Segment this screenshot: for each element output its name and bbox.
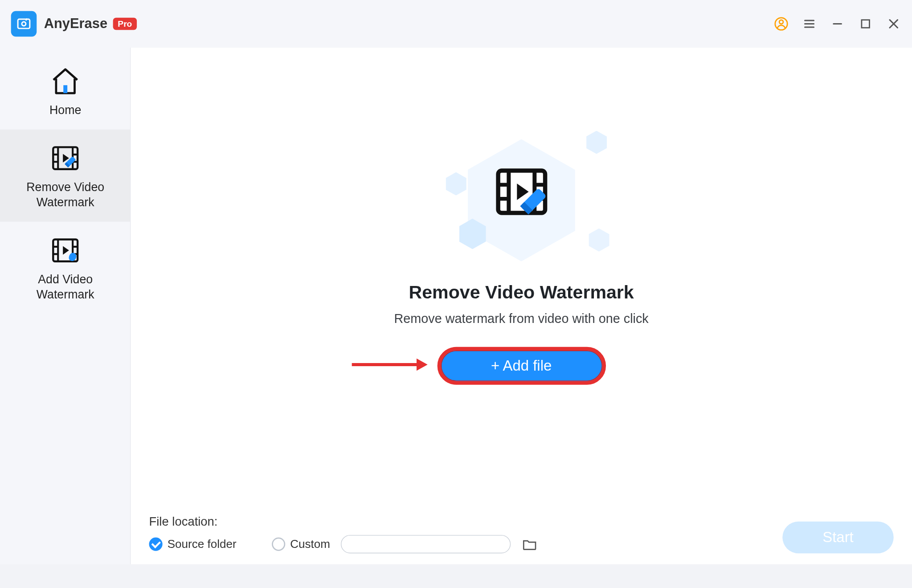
svg-rect-11 bbox=[63, 85, 67, 93]
maximize-button[interactable] bbox=[858, 16, 873, 31]
home-icon bbox=[4, 66, 127, 97]
remove-video-watermark-icon bbox=[488, 161, 555, 225]
sidebar-item-add-video-watermark[interactable]: Add Video Watermark bbox=[0, 222, 131, 314]
bottom-bar: File location: Source folder Custom bbox=[149, 515, 894, 553]
minimize-button[interactable] bbox=[830, 16, 845, 31]
radio-label: Source folder bbox=[168, 537, 237, 551]
remove-video-watermark-icon bbox=[4, 143, 127, 174]
svg-rect-0 bbox=[18, 19, 30, 29]
custom-path-input[interactable] bbox=[341, 535, 511, 553]
close-button[interactable] bbox=[886, 16, 901, 31]
annotation-arrow-icon bbox=[350, 357, 428, 374]
add-file-button[interactable]: + Add file bbox=[437, 347, 605, 385]
file-location-label: File location: bbox=[149, 515, 894, 529]
hero-title: Remove Video Watermark bbox=[332, 282, 711, 303]
sidebar-item-label: Add Video Watermark bbox=[4, 272, 127, 302]
radio-custom[interactable]: Custom bbox=[272, 537, 330, 551]
svg-rect-8 bbox=[862, 20, 870, 28]
radio-source-folder[interactable]: Source folder bbox=[149, 537, 237, 551]
main-content: Remove Video Watermark Remove watermark … bbox=[131, 48, 912, 564]
menu-icon[interactable] bbox=[802, 16, 817, 31]
sidebar-item-remove-video-watermark[interactable]: Remove Video Watermark bbox=[0, 130, 131, 222]
browse-folder-icon[interactable] bbox=[522, 537, 538, 551]
svg-point-1 bbox=[22, 22, 26, 26]
pro-badge: Pro bbox=[113, 18, 137, 30]
add-video-watermark-icon bbox=[4, 235, 127, 266]
add-file-label: + Add file bbox=[491, 357, 552, 374]
titlebar: AnyErase Pro bbox=[0, 0, 912, 48]
sidebar-item-label: Home bbox=[4, 102, 127, 117]
sidebar: Home bbox=[0, 48, 131, 564]
hero-subtitle: Remove watermark from video with one cli… bbox=[332, 311, 711, 326]
start-button[interactable]: Start bbox=[782, 522, 894, 553]
app-icon bbox=[11, 11, 37, 37]
app-name: AnyErase bbox=[44, 16, 107, 32]
profile-icon[interactable] bbox=[774, 16, 789, 31]
start-label: Start bbox=[822, 529, 853, 546]
hero: Remove Video Watermark Remove watermark … bbox=[332, 133, 711, 385]
radio-label: Custom bbox=[290, 537, 330, 551]
hero-illustration bbox=[436, 133, 607, 268]
sidebar-item-home[interactable]: Home bbox=[0, 53, 131, 130]
svg-point-3 bbox=[779, 20, 783, 24]
sidebar-item-label: Remove Video Watermark bbox=[4, 180, 127, 210]
